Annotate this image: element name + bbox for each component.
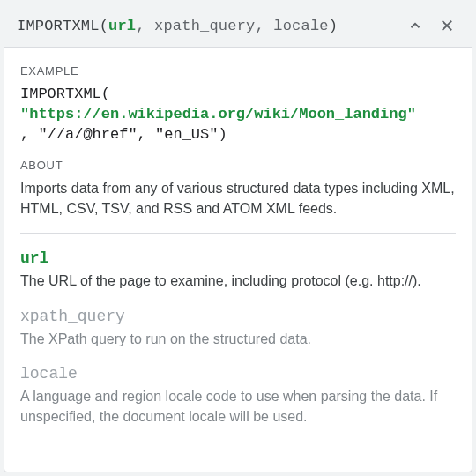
function-signature: IMPORTXML(url, xpath_query, locale): [17, 18, 396, 34]
collapse-button[interactable]: [403, 13, 428, 38]
signature-open-paren: (: [100, 18, 108, 34]
param-desc-url: The URL of the page to examine, includin…: [20, 271, 456, 291]
close-icon: [439, 18, 455, 33]
chevron-up-icon: [407, 18, 423, 33]
about-section-title: ABOUT: [20, 158, 456, 174]
close-button[interactable]: [435, 13, 459, 38]
example-rest: , "//a/@href", "en_US"): [20, 126, 227, 143]
param-desc-xpath_query: The XPath query to run on the structured…: [20, 330, 456, 349]
signature-arg-xpath: xpath_query: [154, 18, 255, 34]
example-code: IMPORTXML( "https://en.wikipedia.org/wik…: [20, 85, 456, 145]
signature-fn-name: IMPORTXML: [17, 18, 100, 34]
example-url: https://en.wikipedia.org/wiki/Moon_landi…: [29, 106, 406, 123]
param-desc-locale: A language and region locale code to use…: [20, 387, 456, 427]
example-fn: IMPORTXML(: [20, 86, 110, 102]
example-url-close-quote: ": [407, 106, 416, 123]
param-name-xpath_query: xpath_query: [20, 306, 456, 328]
example-url-open-quote: ": [20, 106, 29, 123]
signature-sep2: ,: [255, 18, 273, 34]
about-text: Imports data from any of various structu…: [20, 179, 456, 219]
panel-body: EXAMPLE IMPORTXML( "https://en.wikipedia…: [4, 48, 472, 457]
divider: [20, 233, 456, 234]
signature-close-paren: ): [329, 18, 338, 34]
param-name-url: url: [20, 248, 456, 270]
param-name-locale: locale: [20, 363, 456, 385]
function-help-panel: IMPORTXML(url, xpath_query, locale) EXAM…: [4, 4, 472, 472]
signature-arg-locale: locale: [273, 18, 328, 34]
panel-header: IMPORTXML(url, xpath_query, locale): [4, 4, 472, 48]
example-section-title: EXAMPLE: [20, 63, 456, 79]
signature-arg-url: url: [108, 18, 136, 34]
params-list: urlThe URL of the page to examine, inclu…: [20, 248, 456, 427]
signature-sep1: ,: [136, 18, 154, 34]
